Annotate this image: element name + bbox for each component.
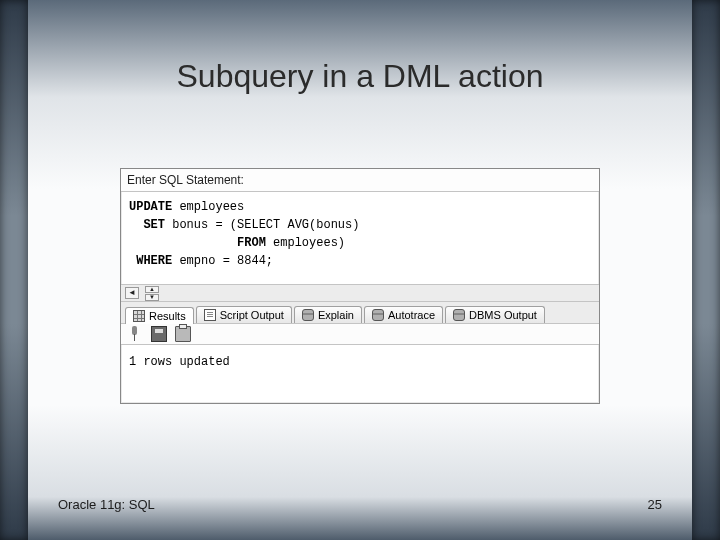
tab-explain[interactable]: Explain xyxy=(294,306,362,323)
print-icon[interactable] xyxy=(175,326,191,342)
footer-right: 25 xyxy=(648,497,662,512)
output-toolbar xyxy=(121,323,599,345)
save-icon[interactable] xyxy=(151,326,167,342)
sql-keyword: UPDATE xyxy=(129,200,172,214)
tab-label: Autotrace xyxy=(388,309,435,321)
grid-icon xyxy=(133,310,145,322)
db-icon xyxy=(453,309,465,321)
pin-icon[interactable] xyxy=(127,326,143,342)
tab-label: Script Output xyxy=(220,309,284,321)
result-tabs: ResultsScript OutputExplainAutotraceDBMS… xyxy=(121,301,599,323)
tab-label: Explain xyxy=(318,309,354,321)
scroll-updown: ▲ ▼ xyxy=(145,286,159,301)
sql-editor[interactable]: UPDATE employees SET bonus = (SELECT AVG… xyxy=(121,192,599,284)
slide-footer: Oracle 11g: SQL 25 xyxy=(58,497,662,512)
tab-autotrace[interactable]: Autotrace xyxy=(364,306,443,323)
footer-left: Oracle 11g: SQL xyxy=(58,497,155,512)
tab-label: Results xyxy=(149,310,186,322)
scroll-up-button[interactable]: ▲ xyxy=(145,286,159,293)
db-icon xyxy=(372,309,384,321)
tab-dbms-output[interactable]: DBMS Output xyxy=(445,306,545,323)
sql-keyword: WHERE xyxy=(136,254,172,268)
sql-keyword: SET xyxy=(143,218,165,232)
sql-window: Enter SQL Statement: UPDATE employees SE… xyxy=(120,168,600,404)
scroll-down-button[interactable]: ▼ xyxy=(145,294,159,301)
doc-icon xyxy=(204,309,216,321)
tab-script-output[interactable]: Script Output xyxy=(196,306,292,323)
tab-results[interactable]: Results xyxy=(125,307,194,324)
tab-label: DBMS Output xyxy=(469,309,537,321)
window-header: Enter SQL Statement: xyxy=(121,169,599,192)
slide-title: Subquery in a DML action xyxy=(0,58,720,95)
scroll-row: ◄ ▲ ▼ xyxy=(121,284,599,301)
slide: Subquery in a DML action Enter SQL State… xyxy=(0,0,720,540)
db-icon xyxy=(302,309,314,321)
output-text: 1 rows updated xyxy=(121,345,599,403)
sql-keyword: FROM xyxy=(237,236,266,250)
scroll-left-button[interactable]: ◄ xyxy=(125,287,139,299)
